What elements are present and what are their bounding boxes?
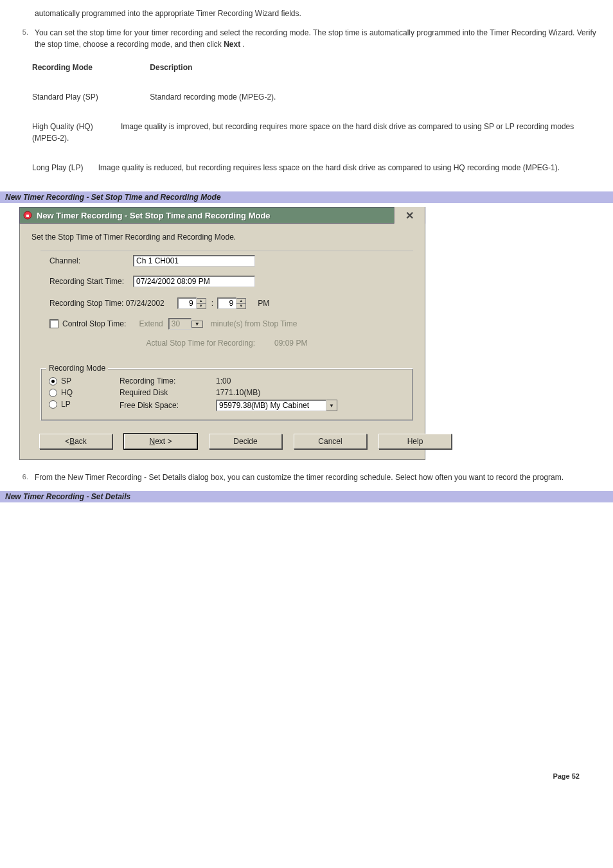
stop-time-label: Recording Stop Time: 07/24/2002 (49, 299, 164, 308)
step-6-body: From the New Timer Recording - Set Detai… (35, 472, 598, 483)
lt: < (65, 437, 69, 446)
extend-label: Extend (139, 319, 163, 328)
back-button[interactable]: < Back (39, 434, 112, 449)
mode-header-desc: Description (150, 63, 192, 72)
step-6-number: 6. (15, 472, 35, 483)
channel-label: Channel: (49, 256, 133, 265)
radio-dot-icon (49, 389, 57, 397)
step-5-next-bold: Next (224, 40, 240, 49)
mode-lp-desc: Image quality is reduced, but recording … (98, 163, 560, 172)
extend-dropdown-arrow: ▼ (191, 321, 203, 328)
step-5-text-after: . (240, 40, 245, 49)
caption-set-stop-time: New Timer Recording - Set Stop Time and … (0, 191, 613, 203)
step-5-number: 5. (15, 27, 35, 50)
step-6: 6. From the New Timer Recording - Set De… (15, 472, 598, 483)
control-stop-checkbox[interactable] (49, 319, 58, 328)
extend-value: 30 (168, 318, 191, 330)
spin-down-icon[interactable]: ▼ (197, 304, 206, 308)
mode-hq-desc: Image quality is improved, but recording… (32, 122, 574, 143)
time-colon: : (211, 299, 213, 308)
actual-stop-label: Actual Stop Time for Recording: (147, 339, 255, 348)
cancel-button[interactable]: Cancel (294, 434, 367, 449)
mode-hq-name: High Quality (HQ) (32, 122, 93, 131)
next-underline: N (149, 437, 155, 446)
radio-sp-label: SP (61, 376, 71, 385)
close-button[interactable]: ✕ (394, 207, 425, 224)
mode-sp-desc: Standard recording mode (MPEG-2). (150, 93, 276, 102)
decide-button[interactable]: Decide (209, 434, 282, 449)
next-button[interactable]: Next > (124, 434, 197, 449)
caption-set-details: New Timer Recording - Set Details (0, 491, 613, 502)
dialog-set-stop-time: New Timer Recording - Set Stop Time and … (19, 207, 425, 460)
close-icon: ✕ (405, 209, 414, 222)
radio-dot-icon (49, 400, 57, 409)
mode-sp-name: Standard Play (SP) (32, 91, 148, 103)
page-footer: Page 52 (15, 772, 598, 780)
free-disk-label: Free Disk Space: (120, 401, 216, 410)
svg-rect-1 (26, 215, 29, 217)
back-rest: ack (75, 437, 87, 446)
stop-hour-value[interactable]: 9 (177, 297, 197, 309)
stop-hour-spinner[interactable]: 9 ▲▼ (177, 297, 206, 309)
start-time-field: 07/24/2002 08:09 PM (133, 276, 255, 287)
control-stop-label: Control Stop Time: (62, 319, 126, 328)
dialog-titlebar[interactable]: New Timer Recording - Set Stop Time and … (19, 207, 425, 224)
radio-dot-icon (49, 377, 57, 385)
dialog-intro: Set the Stop Time of Timer Recording and… (31, 233, 236, 242)
req-disk-value: 1771.10(MB) (216, 388, 260, 397)
radio-hq[interactable]: HQ (49, 388, 120, 397)
recording-mode-table: Recording Mode Description Standard Play… (32, 62, 598, 173)
actual-stop-value: 09:09 PM (274, 339, 307, 348)
rec-time-label: Recording Time: (120, 376, 216, 385)
stop-minute-spinner[interactable]: 9 ▲▼ (217, 297, 246, 309)
req-disk-label: Required Disk (120, 388, 216, 397)
recording-mode-group-title: Recording Mode (46, 364, 108, 373)
radio-hq-label: HQ (61, 388, 73, 397)
next-rest: ext > (155, 437, 172, 446)
radio-sp[interactable]: SP (49, 376, 120, 385)
recording-mode-group: Recording Mode SP HQ LP (40, 368, 413, 421)
help-button[interactable]: Help (378, 434, 452, 449)
start-time-label: Recording Start Time: (49, 277, 133, 286)
channel-field[interactable]: Ch 1 CH001 (133, 255, 255, 267)
app-icon (22, 210, 33, 220)
stop-ampm: PM (258, 299, 269, 308)
mode-lp-name: Long Play (LP) (32, 163, 83, 172)
intro-continuation: automatically programmed into the approp… (35, 8, 598, 19)
step-5-text-before: You can set the stop time for your timer… (35, 28, 596, 49)
radio-lp-label: LP (61, 400, 71, 409)
dialog-title-text: New Timer Recording - Set Stop Time and … (37, 211, 394, 220)
free-disk-value[interactable]: 95979.38(MB) My Cabinet (216, 400, 326, 411)
step-5-body: You can set the stop time for your timer… (35, 27, 598, 50)
extend-suffix: minute(s) from Stop Time (211, 319, 298, 328)
step-5: 5. You can set the stop time for your ti… (15, 27, 598, 50)
spin-up-icon[interactable]: ▲ (197, 299, 206, 304)
rec-time-value: 1:00 (216, 376, 231, 385)
stop-minute-value[interactable]: 9 (217, 297, 236, 309)
free-disk-combo[interactable]: 95979.38(MB) My Cabinet ▼ (216, 400, 337, 411)
spin-down-icon[interactable]: ▼ (236, 304, 245, 308)
back-underline: B (69, 437, 75, 446)
mode-header-name: Recording Mode (32, 62, 148, 73)
spin-up-icon[interactable]: ▲ (236, 299, 245, 304)
radio-lp[interactable]: LP (49, 400, 120, 409)
dropdown-arrow-icon[interactable]: ▼ (326, 400, 337, 411)
